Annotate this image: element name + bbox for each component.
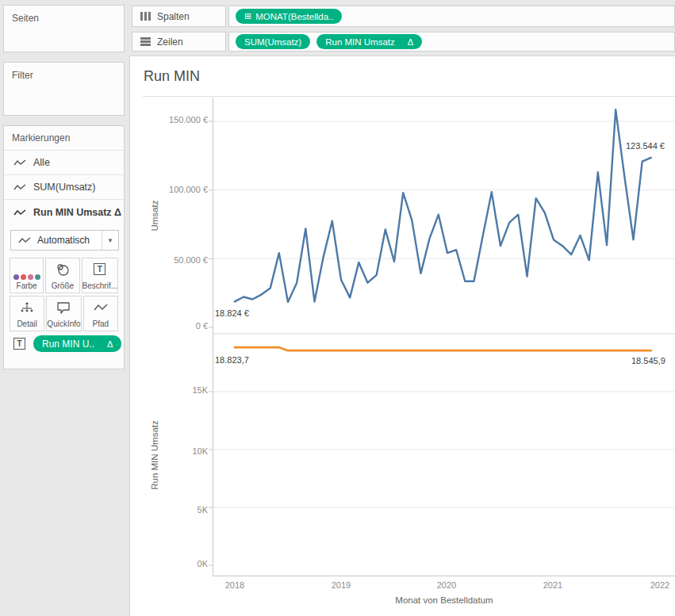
size-button-label: Größe — [52, 281, 74, 290]
pill-run-min-umsatz[interactable]: Run MIN Umsatz Δ — [316, 34, 422, 49]
delta-icon: Δ — [408, 37, 413, 47]
delta-icon: Δ — [107, 339, 113, 349]
path-button-label: Pfad — [93, 319, 109, 328]
pill-monat-bestelldatum[interactable]: ⊞ MONAT(Bestellda.. — [236, 9, 342, 24]
label-field-pill-text: Run MIN U.. — [42, 339, 94, 350]
label-text-icon: T — [94, 258, 105, 280]
ytick-label: 15K — [148, 385, 208, 395]
filters-shelf-label: Filter — [4, 63, 124, 88]
ytick-label: 0 € — [148, 321, 208, 331]
ytick-label: 100.000 € — [148, 185, 208, 194]
pill-text: MONAT(Bestellda.. — [255, 12, 333, 21]
color-button-label: Farbe — [17, 281, 37, 290]
detail-button-label: Detail — [17, 319, 37, 328]
marks-card: Markierungen Alle SUM(Umsatz) Run MIN Um… — [3, 125, 125, 369]
marks-tab-run-min-umsatz[interactable]: Run MIN Umsatz Δ — [4, 199, 124, 225]
x-axis-title: Monat von Bestelldatum — [395, 595, 493, 605]
marks-tab-all[interactable]: Alle — [4, 150, 124, 174]
chevron-down-icon[interactable]: ▼ — [102, 231, 118, 250]
columns-icon — [140, 12, 151, 21]
line-mark-icon — [13, 209, 26, 216]
size-icon — [56, 258, 70, 280]
color-dots-icon — [13, 274, 40, 280]
xtick-label: 2022 — [636, 580, 675, 590]
label-button-label: Beschrif... — [82, 281, 117, 290]
line-mark-icon — [18, 236, 31, 244]
columns-shelf-header[interactable]: Spalten — [132, 6, 226, 27]
marks-card-title: Markierungen — [12, 132, 70, 143]
xtick-label: 2018 — [211, 580, 259, 590]
text-icon: T — [13, 338, 25, 350]
rows-shelf-label: Zeilen — [157, 36, 183, 48]
xtick-label: 2020 — [423, 580, 470, 590]
mark-type-dropdown[interactable]: Automatisch ▼ — [10, 230, 119, 251]
pill-text: Run MIN Umsatz — [325, 37, 395, 47]
xtick-label: 2021 — [529, 580, 577, 590]
pages-shelf-label: Seiten — [4, 6, 124, 31]
pages-shelf-card[interactable]: Seiten — [3, 5, 125, 52]
ytick-label: 0K — [148, 559, 208, 568]
line-chart-panes[interactable] — [208, 98, 675, 576]
size-button[interactable]: Größe — [45, 258, 79, 293]
marks-tab-sum-umsatz[interactable]: SUM(Umsatz) — [4, 174, 124, 199]
xtick-label: 2019 — [317, 580, 365, 590]
tooltip-button[interactable]: QuickInfo — [46, 296, 81, 331]
detail-button[interactable]: Detail — [10, 296, 44, 331]
line-mark-icon — [13, 183, 26, 191]
mark-type-value: Automatisch — [37, 235, 90, 246]
pill-sum-umsatz[interactable]: SUM(Umsatz) — [236, 34, 310, 49]
pill-text: SUM(Umsatz) — [244, 37, 301, 47]
tooltip-bubble-icon — [56, 297, 71, 318]
sheet-title: Run MIN — [144, 68, 200, 85]
label-field-pill[interactable]: Run MIN U.. Δ — [33, 335, 121, 352]
rows-shelf[interactable]: SUM(Umsatz) Run MIN Umsatz Δ — [228, 32, 675, 52]
sum-umsatz-line[interactable] — [235, 109, 651, 302]
filters-shelf-card[interactable]: Filter — [3, 62, 125, 116]
color-button[interactable]: Farbe — [10, 258, 44, 293]
ytick-label: 5K — [148, 505, 208, 515]
y-axis-title-run-min: Run MIN Umsatz — [150, 420, 159, 490]
ytick-label: 50.000 € — [148, 255, 208, 265]
title-divider — [143, 96, 675, 97]
ytick-label: 150.000 € — [148, 115, 208, 124]
rows-icon — [140, 37, 151, 46]
run-min-umsatz-line[interactable] — [235, 347, 651, 350]
columns-shelf-label: Spalten — [157, 11, 190, 22]
marks-tab-label: SUM(Umsatz) — [33, 182, 95, 193]
marks-tab-label: Run MIN Umsatz Δ — [33, 207, 121, 218]
detail-tree-icon — [20, 297, 34, 318]
path-button[interactable]: Pfad — [83, 296, 118, 331]
expand-icon[interactable]: ⊞ — [244, 12, 251, 21]
tooltip-button-label: QuickInfo — [47, 319, 80, 328]
line-mark-icon — [13, 159, 26, 166]
columns-shelf[interactable]: ⊞ MONAT(Bestellda.. — [228, 6, 675, 27]
label-button[interactable]: T Beschrif... — [82, 258, 118, 293]
y-axis-title-umsatz: Umsatz — [150, 201, 159, 231]
marks-tab-label: Alle — [33, 157, 50, 168]
path-line-icon — [94, 297, 108, 318]
rows-shelf-header[interactable]: Zeilen — [132, 32, 226, 52]
